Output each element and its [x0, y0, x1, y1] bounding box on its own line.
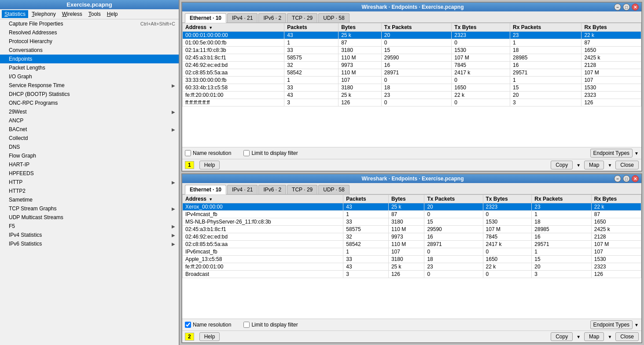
- bottom-close-button[interactable]: Close: [615, 332, 639, 341]
- table-row[interactable]: Broadcast3126003126: [183, 271, 641, 278]
- table-row[interactable]: fe:ff:20:00:01:004325 k2322 k202323: [183, 263, 641, 271]
- table-row[interactable]: 02:45:a3:b1:8c:f158575110 M29590107 M289…: [183, 226, 641, 233]
- table-row[interactable]: 60:33:4b:13:c5:58333180181650151530: [183, 84, 641, 92]
- menu-item-http2[interactable]: HTTP2: [0, 187, 179, 195]
- table-row[interactable]: MS-NLB-PhysServer-26_11:f0:c8:3b33318015…: [183, 218, 641, 226]
- table-row[interactable]: Apple_13:c5:58333180181650151530: [183, 256, 641, 263]
- menu-item-dhcp-(bootp)-statistics[interactable]: DHCP (BOOTP) Statistics: [0, 90, 179, 99]
- bottom-name-resolution-checkbox[interactable]: [185, 322, 191, 328]
- menu-item-29west[interactable]: 29West ▶: [0, 107, 179, 116]
- col-header-bytes[interactable]: Bytes: [388, 195, 424, 203]
- menu-item-sametime[interactable]: Sametime: [0, 195, 179, 204]
- menu-statistics[interactable]: Statistics: [2, 10, 28, 18]
- top-name-resolution-checkbox[interactable]: [185, 150, 191, 156]
- menu-item-udp-multicast-streams[interactable]: UDP Multicast Streams: [0, 213, 179, 222]
- menu-item-bacnet[interactable]: BACnet ▶: [0, 125, 179, 134]
- top-table-container: Address ▼PacketsBytesTx PacketsTx BytesR…: [182, 23, 641, 147]
- menu-tools[interactable]: Tools: [86, 10, 103, 18]
- table-row[interactable]: 01:00:5e:00:00:fb18700187: [183, 39, 641, 47]
- col-header-rx-packets[interactable]: Rx Packets: [510, 23, 581, 32]
- table-row[interactable]: 02:46:92:ec:ed:bd329973167845162128: [183, 62, 641, 69]
- menu-item-tcp-stream-graphs[interactable]: TCP Stream Graphs ▶: [0, 204, 179, 213]
- bottom-map-button[interactable]: Map: [584, 332, 604, 341]
- restore-button-top[interactable]: □: [623, 4, 630, 11]
- menu-item-collectd[interactable]: Collectd: [0, 134, 179, 143]
- col-header-tx-bytes[interactable]: Tx Bytes: [483, 195, 532, 203]
- close-button-top[interactable]: ✕: [632, 4, 639, 11]
- bottom-limit-filter-checkbox[interactable]: [243, 322, 250, 328]
- top-copy-button[interactable]: Copy: [551, 161, 573, 169]
- menu-item-service-response-time[interactable]: Service Response Time ▶: [0, 81, 179, 90]
- table-row[interactable]: 02:45:a3:b1:8c:f158575110 M29590107 M289…: [183, 54, 641, 62]
- top-limit-filter-checkbox[interactable]: [243, 150, 250, 156]
- table-row[interactable]: IPv6mcast_fb1107001107: [183, 248, 641, 256]
- table-row[interactable]: fe:ff:20:00:01:004325 k2322 k202323: [183, 92, 641, 99]
- menu-item-ancp[interactable]: ANCP: [0, 116, 179, 125]
- tab-tcp-·-29[interactable]: TCP · 29: [287, 185, 317, 194]
- menu-item-hpfeeds[interactable]: HPFEEDS: [0, 169, 179, 178]
- col-header-rx-packets[interactable]: Rx Packets: [532, 195, 591, 203]
- table-row[interactable]: 02:c8:85:b5:5a:aa58542110 M289712417 k29…: [183, 69, 641, 77]
- col-header-rx-bytes[interactable]: Rx Bytes: [581, 23, 641, 32]
- table-row[interactable]: 02:c8:85:b5:5a:aa58542110 M289712417 k29…: [183, 241, 641, 248]
- menu-bar: Statistics Telephony Wireless Tools Help: [0, 9, 179, 19]
- menu-item-http[interactable]: HTTP ▶: [0, 178, 179, 187]
- col-header-packets[interactable]: Packets: [284, 23, 339, 32]
- close-button-bottom[interactable]: ✕: [632, 175, 639, 182]
- menu-item-capture-file-properties[interactable]: Capture File PropertiesCtrl+Alt+Shift+C: [0, 19, 179, 28]
- tab-ethernet-·-10[interactable]: Ethernet · 10: [185, 13, 226, 23]
- table-row[interactable]: 02:46:92:ec:ed:bd329973167845162128: [183, 233, 641, 241]
- menu-wireless[interactable]: Wireless: [59, 10, 85, 18]
- col-header-address[interactable]: Address ▼: [183, 195, 343, 203]
- tab-ipv4-·-21[interactable]: IPv4 · 21: [227, 13, 258, 22]
- menu-item-ipv4-statistics[interactable]: IPv4 Statistics ▶: [0, 231, 179, 239]
- col-header-tx-packets[interactable]: Tx Packets: [424, 195, 483, 203]
- top-help-button[interactable]: Help: [199, 161, 220, 169]
- table-row[interactable]: ff:ff:ff:ff:ff:ff3126003126: [183, 99, 641, 106]
- tab-ipv6-·-2[interactable]: IPv6 · 2: [258, 13, 286, 22]
- top-limit-filter-label: Limit to display filter: [251, 150, 298, 156]
- menu-item-i/o-graph[interactable]: I/O Graph: [0, 72, 179, 81]
- bottom-window-title: Wireshark · Endpoints · Exercise.pcapng: [362, 176, 464, 182]
- col-header-packets[interactable]: Packets: [343, 195, 389, 203]
- table-row[interactable]: Xerox_00:00:004325 k2023232322 k: [183, 203, 641, 211]
- table-row[interactable]: 00:00:01:00:00:004325 k2023232322 k: [183, 32, 641, 39]
- menu-item-onc-rpc-programs[interactable]: ONC-RPC Programs: [0, 99, 179, 107]
- table-row[interactable]: IPv4mcast_fb18700187: [183, 211, 641, 218]
- col-header-tx-bytes[interactable]: Tx Bytes: [452, 23, 510, 32]
- menu-item-dns[interactable]: DNS: [0, 143, 179, 151]
- minimize-button-top[interactable]: –: [614, 4, 621, 11]
- col-header-address[interactable]: Address ▼: [183, 23, 284, 32]
- table-row[interactable]: 33:33:00:00:00:fb1107001107: [183, 77, 641, 84]
- col-header-rx-bytes[interactable]: Rx Bytes: [591, 195, 641, 203]
- menu-item-flow-graph[interactable]: Flow Graph: [0, 151, 179, 160]
- tab-ipv6-·-2[interactable]: IPv6 · 2: [258, 185, 286, 194]
- bottom-table: Address ▼PacketsBytesTx PacketsTx BytesR…: [182, 195, 641, 278]
- menu-item-protocol-hierarchy[interactable]: Protocol Hierarchy: [0, 37, 179, 46]
- menu-item-conversations[interactable]: Conversations: [0, 46, 179, 55]
- table-row[interactable]: 02:1a:11:f0:c8:3b333180151530181650: [183, 47, 641, 54]
- top-close-button[interactable]: Close: [615, 161, 639, 169]
- top-endpoint-types-btn[interactable]: Endpoint Types: [590, 149, 633, 158]
- menu-item-packet-lengths[interactable]: Packet Lengths: [0, 63, 179, 72]
- menu-help[interactable]: Help: [104, 10, 121, 18]
- bottom-copy-button[interactable]: Copy: [551, 332, 573, 341]
- col-header-tx-packets[interactable]: Tx Packets: [381, 23, 452, 32]
- menu-telephony[interactable]: Telephony: [29, 10, 59, 18]
- menu-item-endpoints[interactable]: Endpoints: [0, 55, 179, 63]
- top-map-button[interactable]: Map: [584, 161, 604, 169]
- restore-button-bottom[interactable]: □: [623, 175, 630, 182]
- menu-item-hart-ip[interactable]: HART-IP: [0, 160, 179, 169]
- tab-tcp-·-29[interactable]: TCP · 29: [287, 13, 317, 22]
- menu-item-f5[interactable]: F5 ▶: [0, 222, 179, 231]
- minimize-button-bottom[interactable]: –: [614, 175, 621, 182]
- menu-item-ipv6-statistics[interactable]: IPv6 Statistics ▶: [0, 239, 179, 248]
- tab-ethernet-·-10[interactable]: Ethernet · 10: [185, 185, 226, 195]
- tab-ipv4-·-21[interactable]: IPv4 · 21: [227, 185, 258, 194]
- bottom-help-button[interactable]: Help: [199, 332, 220, 341]
- menu-item-resolved-addresses[interactable]: Resolved Addresses: [0, 28, 179, 37]
- bottom-endpoint-types-btn[interactable]: Endpoint Types: [590, 320, 633, 329]
- tab-udp-·-58[interactable]: UDP · 58: [318, 13, 349, 22]
- tab-udp-·-58[interactable]: UDP · 58: [318, 185, 349, 194]
- col-header-bytes[interactable]: Bytes: [339, 23, 382, 32]
